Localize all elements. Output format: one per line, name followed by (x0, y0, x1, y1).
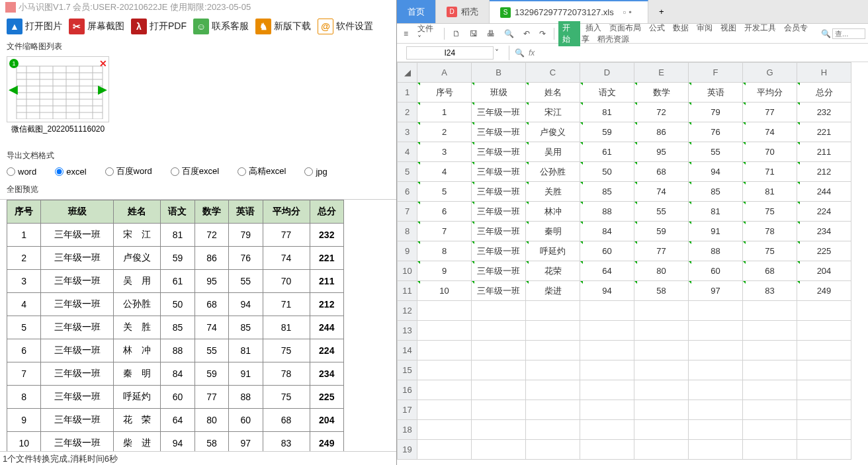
ribbon-页面布局[interactable]: 页面布局 (605, 22, 645, 34)
contact-support-button[interactable]: ☺联系客服 (193, 19, 249, 34)
cell[interactable] (417, 301, 472, 321)
cell[interactable]: 97 (689, 281, 743, 301)
cell[interactable]: 78 (743, 222, 797, 241)
cell[interactable] (526, 360, 580, 380)
cell[interactable]: 95 (634, 142, 689, 162)
cell[interactable]: 81 (580, 103, 634, 122)
cell[interactable] (472, 420, 526, 440)
cell[interactable] (472, 400, 526, 420)
col-header[interactable]: A (417, 63, 472, 83)
cell[interactable]: 三年级一班 (472, 202, 526, 222)
cell[interactable]: 79 (689, 103, 743, 122)
cell[interactable]: 55 (634, 202, 689, 222)
col-header[interactable]: C (526, 63, 580, 83)
cell[interactable] (580, 321, 634, 341)
row-header[interactable]: 13 (398, 321, 417, 341)
cell[interactable] (526, 301, 580, 321)
cell[interactable]: 77 (743, 103, 797, 122)
next-icon[interactable]: ▶ (98, 82, 107, 97)
cell[interactable]: 84 (580, 222, 634, 241)
export-option-excel[interactable]: excel (55, 165, 86, 177)
redo-icon[interactable]: ↷ (535, 28, 550, 40)
cell[interactable]: 语文 (580, 83, 634, 103)
row-header[interactable]: 16 (398, 380, 417, 400)
cell[interactable]: 60 (580, 241, 634, 261)
cell[interactable] (689, 321, 743, 341)
cell[interactable]: 76 (689, 122, 743, 142)
cell[interactable]: 71 (743, 162, 797, 182)
cell[interactable]: 9 (417, 261, 472, 281)
cell[interactable]: 55 (689, 142, 743, 162)
row-header[interactable]: 9 (398, 241, 417, 261)
cell[interactable]: 211 (797, 142, 851, 162)
cell[interactable]: 序号 (417, 83, 472, 103)
cell[interactable]: 宋江 (526, 103, 580, 122)
cell[interactable] (743, 440, 797, 460)
cell[interactable]: 三年级一班 (472, 261, 526, 281)
cell[interactable]: 三年级一班 (472, 182, 526, 202)
sheet-scroll[interactable]: ◢ABCDEFGH1序号班级姓名语文数学英语平均分总分21三年级一班宋江8172… (397, 62, 868, 465)
name-box[interactable]: ˅ (397, 46, 509, 60)
row-header[interactable]: 1 (398, 83, 417, 103)
cell[interactable] (634, 400, 689, 420)
cell[interactable] (580, 301, 634, 321)
file-menu[interactable]: 文件 ˅ (413, 22, 440, 45)
cell[interactable] (797, 321, 851, 341)
cell[interactable]: 平均分 (743, 83, 797, 103)
cell[interactable]: 75 (743, 202, 797, 222)
cell[interactable]: 74 (743, 122, 797, 142)
cell[interactable]: 81 (743, 182, 797, 202)
cell[interactable]: 74 (634, 182, 689, 202)
ribbon-稻壳资源[interactable]: 稻壳资源 (593, 33, 633, 45)
col-header[interactable]: G (743, 63, 797, 83)
cell[interactable] (689, 420, 743, 440)
cell[interactable]: 6 (417, 202, 472, 222)
row-header[interactable]: 15 (398, 360, 417, 380)
cell[interactable]: 72 (634, 103, 689, 122)
cell[interactable]: 呼延灼 (526, 241, 580, 261)
export-option-百度excel[interactable]: 百度excel (171, 165, 219, 177)
menu-hamburger-icon[interactable]: ≡ (400, 28, 412, 40)
screenshot-button[interactable]: ✂屏幕截图 (69, 19, 124, 34)
cell[interactable]: 60 (689, 261, 743, 281)
col-header[interactable]: B (472, 63, 526, 83)
ribbon-插入[interactable]: 插入 (582, 22, 605, 34)
row-header[interactable]: 8 (398, 222, 417, 241)
cell[interactable]: 三年级一班 (472, 222, 526, 241)
cell[interactable]: 75 (743, 241, 797, 261)
cell[interactable] (634, 301, 689, 321)
ribbon-开发工具[interactable]: 开发工具 (740, 22, 780, 34)
cell-reference-input[interactable] (407, 47, 493, 59)
row-header[interactable]: 14 (398, 341, 417, 360)
cell[interactable] (689, 380, 743, 400)
cell[interactable] (417, 360, 472, 380)
cell[interactable]: 数学 (634, 83, 689, 103)
undo-icon[interactable]: ↶ (519, 28, 534, 40)
cell[interactable]: 姓名 (526, 83, 580, 103)
cell[interactable] (743, 400, 797, 420)
tab-file[interactable]: S132967297772073127.xls ▫• (490, 0, 648, 23)
download-new-button[interactable]: ♞新版下载 (255, 19, 311, 34)
cell[interactable]: 50 (580, 162, 634, 182)
cell[interactable] (472, 341, 526, 360)
cell[interactable]: 英语 (689, 83, 743, 103)
cell[interactable]: 5 (417, 182, 472, 202)
cell[interactable]: 柴进 (526, 281, 580, 301)
cell[interactable] (743, 301, 797, 321)
export-option-jpg[interactable]: jpg (304, 165, 327, 177)
cell[interactable]: 1 (417, 103, 472, 122)
cell[interactable] (797, 440, 851, 460)
preview-icon[interactable]: 🔍 (500, 28, 518, 40)
export-option-word[interactable]: word (7, 165, 36, 177)
cell[interactable]: 三年级一班 (472, 122, 526, 142)
cell[interactable]: 59 (634, 222, 689, 241)
export-option-百度word[interactable]: 百度word (105, 165, 152, 177)
cell[interactable]: 三年级一班 (472, 281, 526, 301)
cell[interactable] (743, 321, 797, 341)
cell[interactable]: 88 (580, 202, 634, 222)
cell[interactable]: 221 (797, 122, 851, 142)
preview-table-scroll[interactable]: 序号班级姓名语文数学英语平均分总分1三年级一班宋 江817279772322三年… (0, 199, 396, 452)
search-input[interactable] (832, 28, 865, 39)
cell[interactable] (472, 360, 526, 380)
row-header[interactable]: 11 (398, 281, 417, 301)
